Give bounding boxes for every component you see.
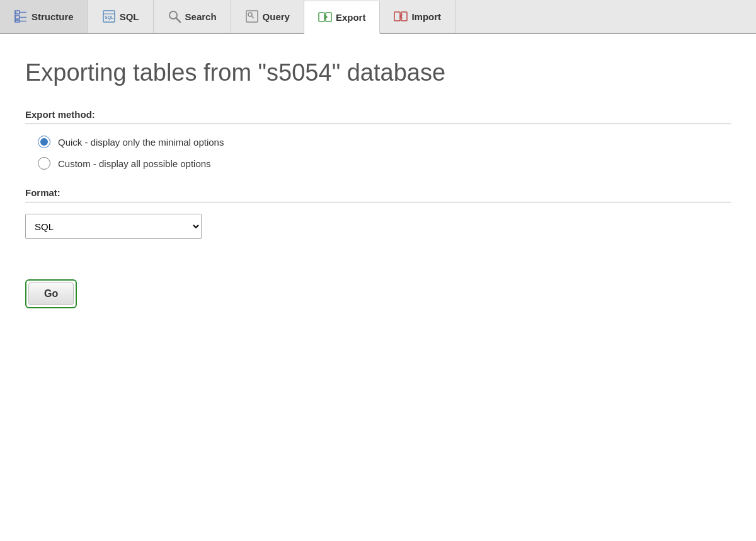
radio-option-custom[interactable]: Custom - display all possible options	[38, 157, 731, 170]
search-icon	[168, 9, 181, 23]
svg-rect-19	[401, 12, 407, 21]
svg-line-11	[176, 18, 180, 23]
go-button-wrapper: Go	[25, 279, 77, 308]
tab-search[interactable]: Search	[154, 0, 231, 33]
export-icon	[318, 10, 332, 24]
radio-option-quick[interactable]: Quick - display only the minimal options	[38, 136, 731, 148]
tab-sql-label: SQL	[120, 11, 139, 22]
structure-icon: ✓	[14, 9, 28, 23]
svg-text:✓: ✓	[16, 11, 18, 14]
sql-icon: SQL	[102, 9, 116, 23]
export-method-section: Export method: Quick - display only the …	[25, 109, 731, 170]
format-select[interactable]: SQL CSV JSON XML ODS Excel	[25, 214, 202, 239]
radio-group-export-method: Quick - display only the minimal options…	[25, 136, 731, 170]
page-title: Exporting tables from "s5054" database	[25, 59, 731, 86]
import-icon	[394, 9, 408, 23]
radio-custom-label: Custom - display all possible options	[58, 158, 211, 169]
format-label: Format:	[25, 187, 731, 202]
svg-text:SQL: SQL	[105, 15, 114, 20]
tab-query-label: Query	[263, 11, 290, 22]
tab-structure-label: Structure	[32, 11, 74, 22]
tab-export-label: Export	[336, 12, 366, 23]
tab-query[interactable]: Query	[231, 0, 304, 33]
tab-export[interactable]: Export	[304, 1, 381, 34]
radio-quick-label: Quick - display only the minimal options	[58, 137, 224, 148]
svg-rect-15	[319, 13, 324, 21]
radio-custom[interactable]	[38, 157, 50, 170]
format-section: Format: SQL CSV JSON XML ODS Excel	[25, 187, 731, 239]
tab-import-label: Import	[411, 11, 441, 22]
tab-bar: ✓ Structure SQL SQL Search	[0, 0, 756, 34]
main-content: Exporting tables from "s5054" database E…	[0, 34, 756, 327]
svg-line-14	[251, 16, 254, 18]
svg-rect-1	[15, 16, 20, 19]
svg-rect-18	[394, 12, 400, 21]
tab-structure[interactable]: ✓ Structure	[0, 0, 88, 33]
radio-quick[interactable]	[38, 136, 50, 148]
tab-import[interactable]: Import	[380, 0, 455, 33]
svg-rect-2	[15, 20, 20, 22]
query-icon	[245, 9, 259, 23]
tab-sql[interactable]: SQL SQL	[88, 0, 154, 33]
go-button[interactable]: Go	[28, 282, 74, 305]
export-method-label: Export method:	[25, 109, 731, 124]
tab-search-label: Search	[185, 11, 217, 22]
